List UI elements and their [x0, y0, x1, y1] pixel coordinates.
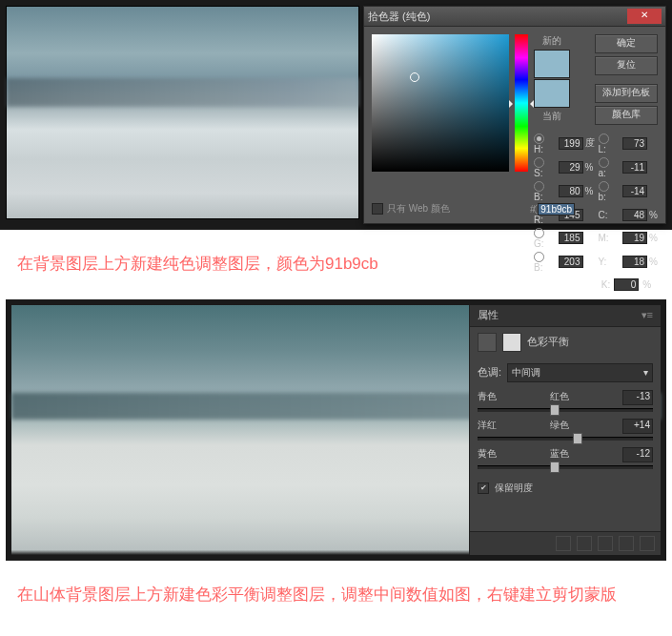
background-photo-1 — [6, 6, 359, 219]
slider-thumb-2[interactable] — [550, 462, 560, 473]
slider-track-1[interactable] — [478, 437, 653, 441]
radio-h[interactable] — [534, 133, 544, 144]
slider-right-label: 红色 — [550, 390, 569, 405]
web-only-label: 只有 Web 颜色 — [387, 202, 450, 215]
current-color-label: 当前 — [542, 110, 561, 123]
new-color-swatch — [534, 50, 570, 78]
slider-track-2[interactable] — [478, 465, 653, 469]
mask-icon — [502, 333, 521, 352]
color-picker-title: 拾色器 (纯色) — [368, 10, 430, 24]
panel-menu-icon[interactable]: ▾≡ — [641, 309, 653, 321]
field-s[interactable]: 29 — [559, 161, 583, 174]
panel-footer — [470, 531, 661, 555]
revert-icon[interactable] — [619, 536, 634, 551]
slider-left-label: 青色 — [478, 390, 497, 405]
preserve-luminosity-label: 保留明度 — [495, 482, 533, 495]
properties-tab[interactable]: 属性 — [478, 308, 499, 322]
hex-input[interactable]: 91b9cb — [538, 203, 575, 215]
color-picker-titlebar[interactable]: 拾色器 (纯色) ✕ — [364, 7, 665, 27]
slider-thumb-0[interactable] — [550, 404, 560, 416]
close-icon[interactable]: ✕ — [627, 9, 662, 24]
field-bl[interactable]: 203 — [559, 256, 583, 268]
field-y[interactable]: 18 — [622, 256, 647, 268]
field-h[interactable]: 199 — [559, 137, 583, 150]
slider-left-label: 洋红 — [478, 419, 497, 434]
slider-right-label: 蓝色 — [550, 447, 569, 462]
chevron-down-icon: ▾ — [643, 367, 648, 378]
radio-bl[interactable] — [534, 252, 544, 262]
slider-value-0[interactable]: -13 — [622, 390, 653, 405]
hue-thumb[interactable] — [513, 100, 530, 112]
field-l[interactable]: 73 — [622, 137, 647, 150]
saturation-value-field[interactable] — [372, 34, 509, 172]
hue-slider[interactable] — [515, 34, 528, 172]
trash-icon[interactable] — [640, 536, 655, 551]
current-color-swatch — [534, 79, 570, 108]
adjustment-type: 色彩平衡 — [527, 335, 569, 349]
properties-panel: 属性 ▾≡ 色彩平衡 色调: 中间调 ▾ 青色红色-13洋红绿色+14黄色蓝色-… — [469, 305, 661, 555]
add-swatch-button[interactable]: 添加到色板 — [595, 84, 658, 103]
sv-cursor[interactable] — [410, 72, 419, 82]
clip-icon[interactable] — [556, 536, 571, 551]
field-k[interactable]: 0 — [614, 278, 639, 291]
field-bv[interactable]: 80 — [559, 185, 583, 197]
radio-b2[interactable] — [599, 181, 609, 192]
color-library-button[interactable]: 颜色库 — [595, 106, 658, 125]
radio-bv[interactable] — [534, 181, 544, 192]
tone-select[interactable]: 中间调 ▾ — [507, 363, 653, 382]
radio-a[interactable] — [599, 157, 609, 168]
preserve-luminosity-checkbox[interactable] — [478, 482, 489, 494]
cancel-button[interactable]: 复位 — [595, 56, 658, 75]
radio-s[interactable] — [534, 157, 544, 168]
slider-right-label: 绿色 — [550, 419, 569, 434]
field-b2[interactable]: -14 — [622, 185, 647, 197]
slider-value-1[interactable]: +14 — [622, 419, 653, 434]
field-m[interactable]: 19 — [622, 232, 647, 244]
color-picker-dialog: 拾色器 (纯色) ✕ 新的 当前 确定 — [363, 6, 666, 224]
tone-label: 色调: — [478, 365, 501, 380]
hex-prefix: # — [530, 204, 536, 215]
web-only-checkbox[interactable] — [372, 203, 383, 215]
slider-thumb-1[interactable] — [573, 433, 582, 444]
slider-value-2[interactable]: -12 — [622, 447, 653, 462]
adjustment-icon — [478, 333, 497, 352]
slider-track-0[interactable] — [478, 408, 653, 412]
field-c[interactable]: 48 — [622, 209, 647, 221]
ok-button[interactable]: 确定 — [595, 34, 658, 53]
reset-icon[interactable] — [598, 536, 613, 551]
new-color-label: 新的 — [542, 34, 561, 48]
slider-left-label: 黄色 — [478, 447, 497, 462]
radio-g[interactable] — [534, 228, 544, 238]
eye-icon[interactable] — [577, 536, 592, 551]
field-a[interactable]: -11 — [622, 161, 647, 174]
field-g[interactable]: 185 — [559, 232, 583, 244]
caption-2: 在山体背景图层上方新建色彩平衡调整图层，调整中间数值如图，右键建立剪切蒙版 — [0, 561, 672, 630]
radio-l[interactable] — [599, 133, 609, 144]
